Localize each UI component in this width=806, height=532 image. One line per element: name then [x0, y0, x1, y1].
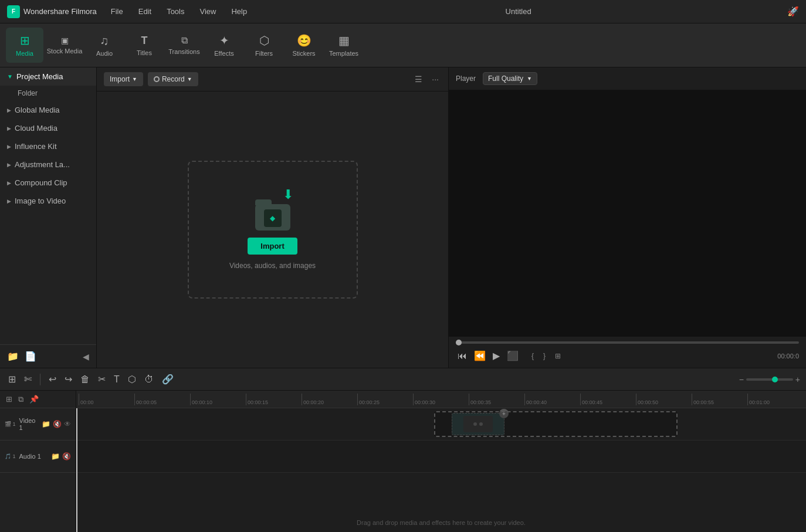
- player-time-display: 00:00:0: [777, 353, 799, 360]
- ruler-mark-4: 00:00:20: [302, 394, 357, 405]
- audio-track-folder-icon[interactable]: 📁: [51, 452, 60, 460]
- record-button[interactable]: Record ▼: [148, 72, 198, 86]
- compound-clip-arrow: ▶: [7, 180, 11, 186]
- timeline-silence-detect-button[interactable]: ✄: [22, 371, 34, 387]
- audio-icon: ♫: [100, 34, 109, 48]
- dropzone-import-button[interactable]: Import: [248, 238, 297, 255]
- dropzone-import-label: Import: [260, 242, 284, 250]
- player-stop-button[interactable]: ⬛: [505, 348, 520, 363]
- record-button-label: Record: [162, 75, 185, 83]
- timeline-delete-button[interactable]: 🗑: [78, 372, 92, 387]
- video-track-header: 🎬 1 Video 1 📁 🔇 👁: [0, 408, 76, 440]
- quality-dropdown-arrow: ▼: [527, 76, 532, 82]
- timeline-track-headers: ⊞ ⧉ 📌 🎬 1 Video 1 📁 🔇 👁 🎵 1: [0, 391, 76, 532]
- menu-tools[interactable]: Tools: [164, 6, 187, 17]
- audio-track-icons: 📁 🔇: [51, 452, 71, 460]
- sidebar-item-compound-clip[interactable]: ▶ Compound Clip: [0, 174, 96, 192]
- pin-button[interactable]: 📌: [28, 394, 40, 405]
- toolbar-media-label: Media: [16, 50, 33, 57]
- timeline-speed-button[interactable]: ⏱: [142, 372, 156, 387]
- ruler-mark-10: 00:00:50: [636, 394, 692, 405]
- player-frame-back-button[interactable]: ⏪: [472, 348, 487, 363]
- toolbar-stock-media-label: Stock Media: [47, 48, 83, 55]
- logo-icon: F: [7, 5, 20, 18]
- toolbar-stock-media[interactable]: ▣ Stock Media: [46, 28, 83, 63]
- timeline-content: 00:00 00:00:05 00:00:10 00:00:15 00:00:2…: [76, 391, 806, 532]
- split-audio-button[interactable]: ⧉: [17, 394, 25, 405]
- player-mark-out-button[interactable]: }: [540, 351, 548, 361]
- ruler-mark-6: 00:00:30: [413, 394, 469, 405]
- player-controls: ⏮ ⏪ ▶ ⬛ { } ⊞ 00:00:0: [449, 336, 806, 368]
- video-track-icons: 📁 🔇 👁: [42, 420, 71, 428]
- sidebar-item-project-media[interactable]: ▼ Project Media: [0, 67, 96, 86]
- toolbar-stickers[interactable]: 😊 Stickers: [285, 28, 323, 63]
- rocket-icon[interactable]: 🚀: [787, 6, 799, 17]
- record-circle-icon: [154, 76, 160, 82]
- toolbar-media[interactable]: ⊞ Media: [6, 28, 43, 63]
- player-extras: { } ⊞: [529, 351, 564, 361]
- templates-icon: ▦: [338, 33, 350, 48]
- timeline-redo-button[interactable]: ↪: [62, 371, 74, 387]
- timeline-scene-detect-button[interactable]: ⊞: [6, 371, 18, 387]
- toolbar-transitions[interactable]: ⧉ Transitions: [165, 28, 203, 63]
- player-rewind-button[interactable]: ⏮: [456, 349, 469, 363]
- add-folder-icon[interactable]: 📁: [7, 351, 19, 362]
- toolbar-templates-label: Templates: [329, 50, 358, 57]
- player-progress-bar[interactable]: [456, 341, 799, 344]
- menu-help[interactable]: Help: [229, 6, 249, 17]
- menu-edit[interactable]: Edit: [136, 6, 154, 17]
- video-track-folder-icon[interactable]: 📁: [42, 420, 50, 428]
- import-dropdown-arrow: ▼: [132, 76, 137, 82]
- media-dropzone: ⬇ Import Videos, audios, and images: [97, 92, 448, 368]
- player-play-button[interactable]: ▶: [491, 348, 502, 363]
- timeline-zoom-slider[interactable]: [746, 378, 793, 381]
- add-track-button[interactable]: ⊞: [5, 394, 13, 405]
- sidebar-item-influence-kit[interactable]: ▶ Influence Kit: [0, 137, 96, 155]
- sidebar-item-folder[interactable]: Folder: [0, 86, 96, 101]
- global-media-arrow: ▶: [7, 107, 11, 113]
- sidebar-cloud-media-label: Cloud Media: [15, 124, 57, 133]
- menu-view[interactable]: View: [197, 6, 218, 17]
- toolbar-filters[interactable]: ⬡ Filters: [245, 28, 283, 63]
- timeline-undo-button[interactable]: ↩: [46, 371, 59, 387]
- menu-file[interactable]: File: [109, 6, 126, 17]
- app-name: Wondershare Filmora: [23, 7, 97, 16]
- player-fullscreen-button[interactable]: ⊞: [552, 351, 564, 361]
- audio-track-name: Audio 1: [19, 453, 48, 460]
- toolbar-titles[interactable]: T Titles: [126, 28, 163, 63]
- sidebar-item-image-to-video[interactable]: ▶ Image to Video: [0, 192, 96, 210]
- player-mark-in-button[interactable]: {: [529, 351, 537, 361]
- sidebar-item-adjustment-layer[interactable]: ▶ Adjustment La...: [0, 155, 96, 174]
- player-panel: Player Full Quality ▼ ⏮ ⏪ ▶ ⬛ { } ⊞: [448, 67, 806, 368]
- sidebar-item-global-media[interactable]: ▶ Global Media: [0, 101, 96, 119]
- project-media-arrow: ▼: [7, 73, 13, 80]
- toolbar-audio[interactable]: ♫ Audio: [86, 28, 123, 63]
- sidebar: ▼ Project Media Folder ▶ Global Media ▶ …: [0, 67, 97, 368]
- timeline-text-button[interactable]: T: [111, 372, 122, 387]
- collapse-sidebar-button[interactable]: ◀: [83, 352, 89, 361]
- toolbar-templates[interactable]: ▦ Templates: [325, 28, 363, 63]
- player-quality-value: Full Quality: [488, 74, 523, 83]
- media-icon: ⊞: [20, 33, 30, 48]
- media-panel: Import ▼ Record ▼ ☰ ··· ⬇ Import: [97, 67, 448, 368]
- sidebar-image-to-video-label: Image to Video: [15, 196, 66, 205]
- more-options-icon[interactable]: ···: [429, 72, 441, 86]
- video-track-mute-icon[interactable]: 🔇: [53, 420, 62, 428]
- effects-icon: ✦: [219, 33, 229, 48]
- zoom-out-icon[interactable]: −: [739, 375, 744, 384]
- audio-track-mute-icon[interactable]: 🔇: [62, 452, 71, 460]
- import-button[interactable]: Import ▼: [104, 72, 143, 86]
- media-toolbar: Import ▼ Record ▼ ☰ ···: [97, 67, 448, 92]
- add-item-icon[interactable]: 📄: [25, 351, 36, 362]
- toolbar-transitions-label: Transitions: [168, 48, 199, 55]
- zoom-in-icon[interactable]: +: [795, 375, 800, 384]
- timeline-cut-button[interactable]: ✂: [96, 371, 108, 387]
- timeline-link-button[interactable]: 🔗: [160, 371, 176, 387]
- video-track-visibility-icon[interactable]: 👁: [64, 420, 71, 428]
- player-quality-selector[interactable]: Full Quality ▼: [483, 72, 537, 85]
- sidebar-item-cloud-media[interactable]: ▶ Cloud Media: [0, 119, 96, 137]
- timeline-effects-button[interactable]: ⬡: [126, 371, 138, 387]
- toolbar-effects[interactable]: ✦ Effects: [205, 28, 243, 63]
- filter-sort-icon[interactable]: ☰: [412, 72, 425, 86]
- audio-track-header: 🎵 1 Audio 1 📁 🔇: [0, 440, 76, 473]
